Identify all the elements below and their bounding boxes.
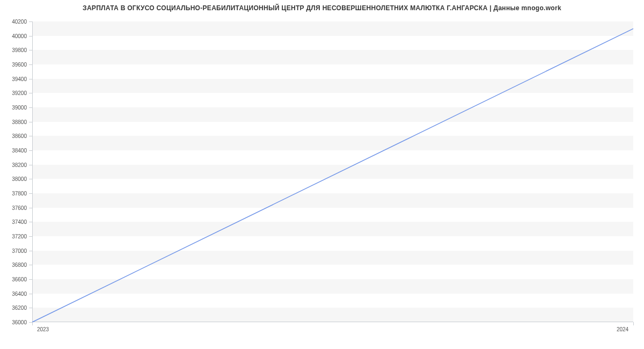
x-tick (32, 322, 33, 325)
y-tick (29, 136, 32, 136)
y-tick-label: 37800 (12, 191, 27, 197)
y-tick (29, 93, 32, 93)
y-tick (29, 107, 32, 108)
y-tick-label: 36200 (12, 305, 27, 311)
y-tick-label: 39000 (12, 105, 27, 111)
y-tick-label: 36000 (12, 319, 27, 325)
y-tick-label: 36400 (12, 290, 27, 296)
y-tick-label: 37400 (12, 219, 27, 225)
y-tick (29, 193, 32, 194)
chart-title: ЗАРПЛАТА В ОГКУСО СОЦИАЛЬНО-РЕАБИЛИТАЦИО… (0, 0, 644, 12)
x-tick (633, 322, 634, 325)
y-tick-label: 38200 (12, 162, 27, 168)
y-tick-label: 38800 (12, 119, 27, 125)
y-tick (29, 251, 32, 251)
y-tick-label: 40200 (12, 19, 27, 25)
y-tick-label: 36600 (12, 277, 27, 282)
y-tick-label: 36800 (12, 262, 27, 268)
y-tick (29, 265, 32, 265)
y-tick (29, 308, 32, 308)
y-tick (29, 294, 32, 294)
y-tick (29, 279, 32, 280)
chart-plot-area: 3600036200364003660036800370003720037400… (32, 21, 633, 322)
y-tick (29, 79, 32, 79)
y-tick-label: 39200 (12, 90, 27, 96)
x-tick-label: 2024 (617, 326, 628, 332)
y-tick (29, 150, 32, 151)
y-tick-label: 37600 (12, 205, 27, 210)
y-tick (29, 222, 32, 222)
y-tick-label: 39400 (12, 76, 27, 82)
y-tick (29, 179, 32, 179)
y-tick-label: 38400 (12, 148, 27, 154)
series-line (32, 28, 633, 322)
y-tick (29, 165, 32, 165)
y-tick (29, 50, 32, 50)
y-tick-label: 38600 (12, 133, 27, 139)
y-tick (29, 36, 32, 37)
y-tick (29, 21, 32, 22)
y-tick-label: 37000 (12, 248, 27, 253)
line-layer (32, 21, 633, 322)
y-tick (29, 122, 32, 122)
y-tick-label: 40000 (12, 33, 27, 39)
y-tick (29, 64, 32, 65)
y-tick (29, 236, 32, 237)
y-tick-label: 38000 (12, 176, 27, 182)
y-tick-label: 37200 (12, 234, 27, 239)
y-tick (29, 208, 32, 208)
y-tick-label: 39800 (12, 47, 27, 53)
x-tick-label: 2023 (37, 326, 49, 332)
y-tick-label: 39600 (12, 62, 27, 68)
